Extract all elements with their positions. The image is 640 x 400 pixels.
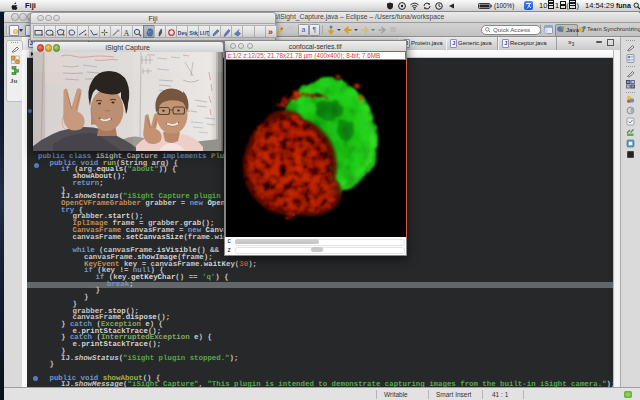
svg-text:Dev: Dev — [178, 29, 187, 35]
svg-text:Stk: Stk — [189, 29, 198, 35]
svg-text:A: A — [124, 28, 130, 37]
svg-text:LUT: LUT — [200, 29, 209, 35]
svg-text:»: » — [268, 28, 273, 37]
